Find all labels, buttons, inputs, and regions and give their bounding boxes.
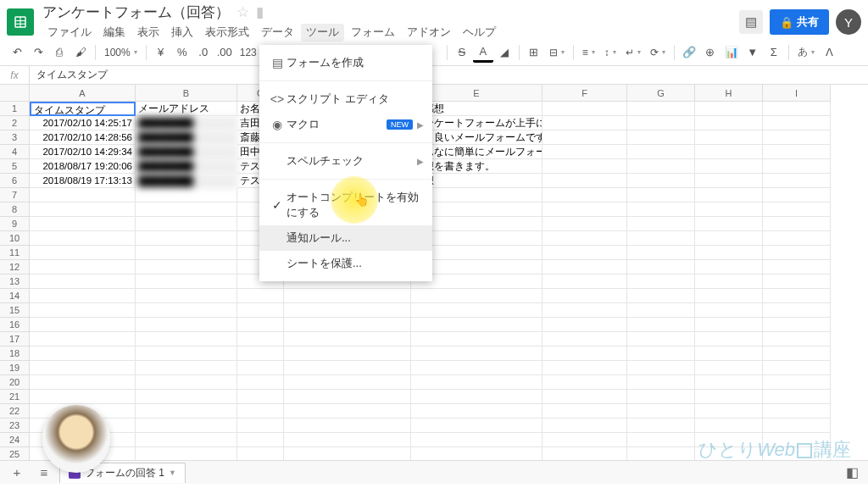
cell[interactable] [136, 375, 237, 390]
cell[interactable] [695, 274, 763, 289]
cell[interactable] [627, 188, 695, 202]
cell[interactable] [695, 174, 763, 188]
menu-data[interactable]: データ [256, 24, 299, 42]
menu-insert[interactable]: 挿入 [166, 24, 198, 42]
cell[interactable] [763, 116, 831, 130]
row-header[interactable]: 4 [0, 145, 30, 159]
halign-button[interactable]: ≡ [578, 42, 599, 63]
cell[interactable] [695, 347, 763, 361]
cell[interactable] [763, 303, 831, 318]
cell[interactable] [695, 102, 763, 116]
increase-decimal-button[interactable]: .00 [214, 42, 235, 63]
paint-format-button[interactable]: 🖌 [70, 42, 91, 63]
row-header[interactable]: 5 [0, 159, 30, 174]
star-icon[interactable]: ☆ [236, 3, 249, 21]
cell[interactable] [284, 318, 411, 332]
cell[interactable] [136, 231, 237, 246]
row-header[interactable]: 14 [0, 289, 30, 303]
cell[interactable]: タイムスタンプ [30, 102, 136, 116]
col-header[interactable]: F [542, 85, 627, 102]
cell[interactable]: ████████ [136, 174, 237, 188]
cell[interactable] [237, 433, 284, 447]
cell[interactable] [136, 361, 237, 375]
cell[interactable] [237, 361, 284, 375]
cell[interactable] [30, 303, 136, 318]
cell[interactable] [695, 303, 763, 318]
menu-tools[interactable]: ツール [301, 24, 344, 42]
row-header[interactable]: 9 [0, 217, 30, 231]
all-sheets-button[interactable]: ≡ [32, 463, 56, 482]
cell[interactable] [695, 130, 763, 145]
cell[interactable] [695, 289, 763, 303]
cell[interactable]: ████████ [136, 130, 237, 145]
cell[interactable] [763, 217, 831, 231]
menu-addons[interactable]: アドオン [402, 24, 456, 42]
cell[interactable] [763, 130, 831, 145]
row-header[interactable]: 7 [0, 188, 30, 202]
cell[interactable] [237, 347, 284, 361]
cell[interactable] [284, 404, 411, 419]
cell[interactable] [627, 102, 695, 116]
cell[interactable] [695, 202, 763, 217]
row-header[interactable]: 20 [0, 375, 30, 390]
cell[interactable] [30, 217, 136, 231]
cell[interactable] [542, 116, 627, 130]
cell[interactable] [284, 289, 411, 303]
row-header[interactable]: 24 [0, 433, 30, 447]
fill-color-button[interactable]: ◢ [494, 42, 515, 63]
row-header[interactable]: 12 [0, 260, 30, 274]
cell[interactable] [136, 303, 237, 318]
menu-notification-rules[interactable]: 通知ルール... [259, 225, 432, 251]
cell[interactable] [237, 318, 284, 332]
cell[interactable] [136, 260, 237, 274]
cell[interactable]: ████████ [136, 116, 237, 130]
cell[interactable] [627, 260, 695, 274]
col-header[interactable]: G [627, 85, 695, 102]
cell[interactable] [695, 159, 763, 174]
row-header[interactable]: 6 [0, 174, 30, 188]
cell[interactable] [136, 289, 237, 303]
cell[interactable] [542, 130, 627, 145]
menu-edit[interactable]: 編集 [98, 24, 131, 42]
borders-button[interactable]: ⊞ [524, 42, 544, 63]
cell[interactable] [542, 419, 627, 433]
link-button[interactable]: 🔗 [679, 42, 699, 63]
menu-format[interactable]: 表示形式 [200, 24, 254, 42]
cell[interactable] [627, 419, 695, 433]
cell[interactable] [284, 390, 411, 404]
cell[interactable] [136, 202, 237, 217]
cell[interactable] [695, 433, 763, 447]
cell[interactable] [763, 375, 831, 390]
cell[interactable] [763, 260, 831, 274]
row-header[interactable]: 22 [0, 404, 30, 419]
cell[interactable] [763, 145, 831, 159]
sheets-logo[interactable] [7, 8, 34, 36]
cell[interactable]: 2017/02/10 14:29:34 [30, 145, 136, 159]
cell[interactable] [30, 260, 136, 274]
cell[interactable] [136, 188, 237, 202]
row-header[interactable]: 16 [0, 318, 30, 332]
cell[interactable] [695, 361, 763, 375]
cell[interactable] [30, 202, 136, 217]
menu-form[interactable]: フォーム [346, 24, 400, 42]
formula-input[interactable]: タイムスタンプ [30, 68, 868, 82]
cell[interactable] [763, 188, 831, 202]
add-sheet-button[interactable]: + [5, 463, 29, 482]
menu-file[interactable]: ファイル [42, 24, 97, 42]
cell[interactable] [763, 231, 831, 246]
folder-icon[interactable]: ▮ [256, 3, 264, 21]
col-header[interactable]: A [30, 85, 136, 102]
cell[interactable] [695, 217, 763, 231]
cell[interactable] [284, 375, 411, 390]
text-color-button[interactable]: A [473, 42, 493, 63]
cell[interactable] [763, 246, 831, 260]
cell[interactable] [763, 390, 831, 404]
cell[interactable] [695, 188, 763, 202]
cell[interactable] [411, 419, 542, 433]
menu-autocomplete[interactable]: ✓ オートコンプリートを有効にする [259, 185, 432, 225]
cell[interactable] [30, 390, 136, 404]
cell[interactable] [763, 289, 831, 303]
cell[interactable] [627, 145, 695, 159]
cell[interactable] [136, 419, 237, 433]
cell[interactable] [136, 246, 237, 260]
